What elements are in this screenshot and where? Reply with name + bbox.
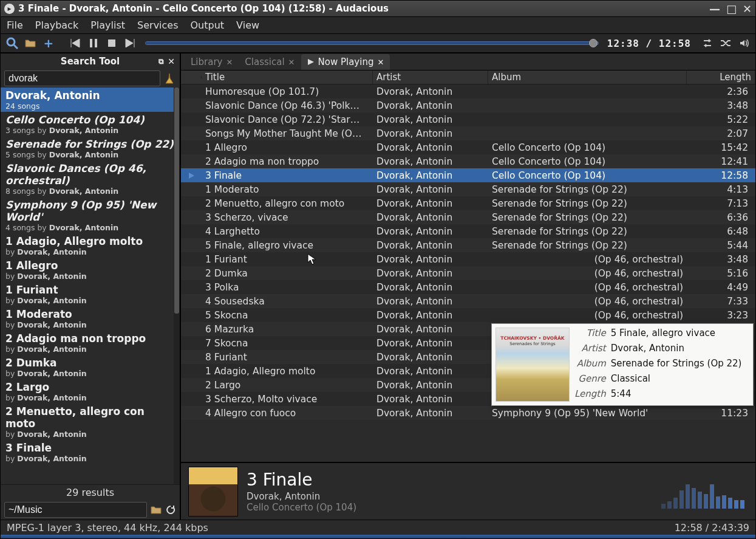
tooltip-album: Serenade for Strings (Op 22): [611, 358, 742, 369]
col-length[interactable]: Length: [687, 70, 755, 84]
table-row[interactable]: 2 DumkaDvorak, Antonin(Op 46, orchestral…: [181, 266, 755, 280]
close-panel-icon[interactable]: ✕: [168, 57, 175, 66]
menu-playback[interactable]: Playback: [35, 19, 78, 31]
now-playing-bar: 3 Finale Dvorak, Antonin Cello Concerto …: [181, 462, 755, 520]
resize-grip[interactable]: [1, 535, 755, 538]
tab-close-icon[interactable]: ✕: [377, 58, 384, 67]
clear-search-icon[interactable]: [163, 72, 176, 85]
table-row[interactable]: Humoresque (Op 101.7)Dvorak, Antonin2:36: [181, 84, 755, 98]
search-sidebar: Search Tool ⧉ ✕ Dvorak, Antonin24 songsC…: [1, 53, 181, 520]
table-row[interactable]: 1 AllegroDvorak, AntoninCello Concerto (…: [181, 140, 755, 154]
minimize-button[interactable]: —: [709, 2, 720, 15]
now-playing-title: 3 Finale: [247, 470, 356, 490]
col-artist[interactable]: Artist: [373, 70, 488, 84]
search-result[interactable]: Slavonic Dances (Op 46, orchestral)8 son…: [1, 160, 180, 197]
search-result[interactable]: 1 Moderatoby Dvorak, Antonin: [1, 306, 180, 331]
results-count: 29 results: [1, 484, 180, 500]
open-folder-icon[interactable]: [24, 36, 37, 50]
table-row[interactable]: Slavonic Dance (Op 46.3) 'Polk…Dvorak, A…: [181, 98, 755, 112]
tab-library[interactable]: Library✕: [185, 54, 239, 70]
table-header[interactable]: Title Artist Album Length: [181, 70, 755, 84]
svg-rect-3: [95, 39, 97, 47]
sidebar-title: Search Tool: [61, 56, 120, 67]
table-row[interactable]: 2 Menuetto, allegro con motoDvorak, Anto…: [181, 196, 755, 210]
search-icon[interactable]: [5, 36, 19, 50]
shuffle-icon[interactable]: [719, 36, 732, 50]
menu-output[interactable]: Output: [191, 19, 225, 31]
tab-classical[interactable]: Classical✕: [239, 54, 301, 70]
table-row[interactable]: 4 Allegro con fuocoDvorak, AntoninSympho…: [181, 406, 755, 420]
table-row[interactable]: 3 FinaleDvorak, AntoninCello Concerto (O…: [181, 168, 755, 182]
stop-icon[interactable]: [105, 36, 118, 50]
search-result[interactable]: Cello Concerto (Op 104)3 songs by Dvorak…: [1, 112, 180, 136]
tab-close-icon[interactable]: ✕: [288, 58, 295, 67]
playlist-tabs: Library✕Classical✕Now Playing✕: [181, 53, 755, 70]
table-row[interactable]: 4 LarghettoDvorak, AntoninSerenade for S…: [181, 224, 755, 238]
search-result[interactable]: 2 Adagio ma non troppoby Dvorak, Antonin: [1, 331, 180, 355]
table-row[interactable]: 4 SousedskaDvorak, Antonin(Op 46, orches…: [181, 294, 755, 308]
menu-view[interactable]: View: [236, 19, 259, 31]
search-result[interactable]: 3 Finaleby Dvorak, Antonin: [1, 440, 180, 464]
titlebar[interactable]: ▸ 3 Finale - Dvorak, Antonin - Cello Con…: [1, 1, 755, 17]
undock-icon[interactable]: ⧉: [158, 57, 164, 66]
add-icon[interactable]: +: [42, 36, 55, 50]
refresh-icon[interactable]: [165, 504, 176, 515]
svg-line-1: [14, 45, 18, 49]
table-row[interactable]: 5 SkocnaDvorak, Antonin(Op 46, orchestra…: [181, 308, 755, 322]
table-row[interactable]: 1 FuriantDvorak, Antonin(Op 46, orchestr…: [181, 252, 755, 266]
tab-now-playing[interactable]: Now Playing✕: [301, 54, 390, 70]
menu-services[interactable]: Services: [137, 19, 178, 31]
tooltip-artist: Dvorak, Antonin: [611, 343, 742, 354]
visualizer: [661, 484, 744, 509]
now-playing-album: Cello Concerto (Op 104): [247, 502, 356, 513]
app-icon: ▸: [4, 4, 15, 14]
search-result[interactable]: 2 Largoby Dvorak, Antonin: [1, 379, 180, 403]
track-tooltip: TCHAIKOVSKY • DVOŘÁK Serenades for Strin…: [491, 323, 754, 406]
table-row[interactable]: 3 PolkaDvorak, Antonin(Op 46, orchestral…: [181, 280, 755, 294]
search-result[interactable]: 1 Allegroby Dvorak, Antonin: [1, 258, 180, 282]
search-result[interactable]: Serenade for Strings (Op 22)5 songs by D…: [1, 136, 180, 160]
table-row[interactable]: 3 Scherzo, vivaceDvorak, AntoninSerenade…: [181, 210, 755, 224]
maximize-button[interactable]: □: [726, 2, 737, 15]
search-result[interactable]: 1 Furiantby Dvorak, Antonin: [1, 282, 180, 306]
playing-indicator-icon: [189, 173, 194, 179]
sidebar-scrollbar[interactable]: [174, 88, 180, 484]
menu-playlist[interactable]: Playlist: [90, 19, 125, 31]
prev-track-icon[interactable]: [69, 36, 82, 50]
table-row[interactable]: Slavonic Dance (Op 72.2) 'Star…Dvorak, A…: [181, 112, 755, 126]
search-result[interactable]: 2 Menuetto, allegro con motoby Dvorak, A…: [1, 403, 180, 440]
library-path-input[interactable]: [4, 502, 147, 518]
close-button[interactable]: ✕: [743, 2, 752, 15]
col-album[interactable]: Album: [488, 70, 687, 84]
search-input[interactable]: [4, 70, 160, 86]
search-result[interactable]: 2 Dumkaby Dvorak, Antonin: [1, 355, 180, 379]
playlist-table: Title Artist Album Length Humoresque (Op…: [181, 70, 755, 462]
now-playing-artist: Dvorak, Antonin: [247, 491, 356, 502]
toolbar: + 12:38 / 12:58: [1, 34, 755, 53]
table-row[interactable]: 2 Adagio ma non troppoDvorak, AntoninCel…: [181, 154, 755, 168]
svg-point-0: [7, 38, 15, 46]
menubar: FilePlaybackPlaylistServicesOutputView: [1, 17, 755, 34]
table-row[interactable]: 5 Finale, allegro vivaceDvorak, AntoninS…: [181, 238, 755, 252]
search-result[interactable]: 1 Adagio, Allegro moltoby Dvorak, Antoni…: [1, 233, 180, 258]
next-track-icon[interactable]: [123, 36, 137, 50]
now-playing-album-art: [188, 467, 238, 517]
window-title: 3 Finale - Dvorak, Antonin - Cello Conce…: [18, 3, 389, 14]
search-result[interactable]: Dvorak, Antonin24 songs: [1, 88, 180, 112]
col-title[interactable]: Title: [202, 70, 373, 84]
playback-time: 12:38 / 12:58: [607, 38, 691, 49]
table-row[interactable]: 1 ModeratoDvorak, AntoninSerenade for St…: [181, 182, 755, 196]
pause-icon[interactable]: [87, 36, 100, 50]
tooltip-title: 5 Finale, allegro vivace: [611, 328, 742, 338]
search-result[interactable]: Symphony 9 (Op 95) 'New World'4 songs by…: [1, 197, 180, 233]
tooltip-album-art: TCHAIKOVSKY • DVOŘÁK Serenades for Strin…: [495, 328, 570, 402]
repeat-icon[interactable]: [701, 36, 714, 50]
table-row[interactable]: Songs My Mother Taught Me (O…Dvorak, Ant…: [181, 126, 755, 140]
seek-slider[interactable]: [145, 41, 599, 45]
volume-icon[interactable]: [737, 36, 751, 50]
tab-close-icon[interactable]: ✕: [226, 58, 233, 67]
status-time: 12:58 / 2:43:39: [675, 522, 749, 534]
status-codec: MPEG-1 layer 3, stereo, 44 kHz, 244 kbps: [7, 522, 208, 534]
menu-file[interactable]: File: [7, 19, 23, 31]
browse-folder-icon[interactable]: [151, 505, 162, 515]
